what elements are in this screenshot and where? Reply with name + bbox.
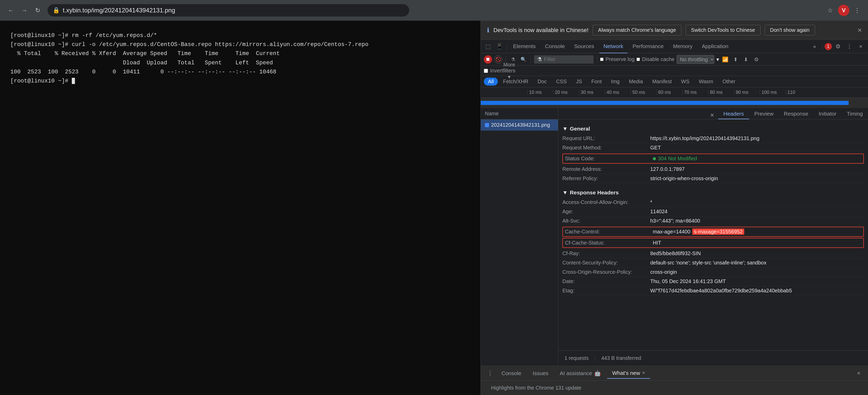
type-js-button[interactable]: JS — [572, 78, 586, 86]
whats-new-close-button[interactable]: × — [642, 370, 645, 376]
bottom-divider — [595, 355, 595, 361]
request-method-value: GET — [650, 145, 864, 151]
disable-cache-text: Disable cache — [642, 56, 675, 62]
etag-value: W/"f7617d42febdbae4a802a0a0fbe729dbe259a… — [650, 288, 864, 294]
corp-row: Cross-Origin-Resource-Policy: cross-orig… — [562, 267, 864, 277]
type-other-button[interactable]: Other — [718, 78, 740, 86]
details-close-button[interactable]: × — [706, 111, 718, 119]
timeline-header: 10 ms 20 ms 30 ms 40 ms 50 ms 60 ms 70 m… — [481, 87, 868, 98]
invert-checkbox[interactable] — [484, 69, 488, 73]
s-maxage-highlight: s-maxage=31556952 — [692, 228, 744, 235]
age-row: Age: 114024 — [562, 207, 864, 216]
forward-button[interactable]: → — [19, 5, 30, 16]
switch-devtools-button[interactable]: Switch DevTools to Chinese — [686, 25, 761, 35]
csp-label: Content-Security-Policy: — [562, 260, 650, 266]
tab-memory[interactable]: Memory — [669, 40, 697, 53]
preserve-log-checkbox[interactable] — [600, 58, 603, 61]
back-button[interactable]: ← — [5, 5, 17, 16]
bottom-bar: 1 requests 443 B transferred — [558, 350, 868, 366]
type-all-button[interactable]: All — [484, 78, 498, 86]
bottom-tab-console[interactable]: Console — [496, 368, 526, 378]
type-media-button[interactable]: Media — [625, 78, 647, 86]
request-url-label: Request URL: — [562, 136, 650, 141]
dont-show-again-button[interactable]: Don't show again — [765, 25, 815, 35]
invert-text: Invert — [490, 68, 503, 74]
devtools-settings-button[interactable]: ⚙ — [833, 41, 843, 52]
cf-ray-row: Cf-Ray: 8ed5/bbe8d6f932-SIN — [562, 249, 864, 258]
details-tab-headers[interactable]: Headers — [718, 109, 749, 119]
devtools-close-button[interactable]: × — [856, 41, 866, 52]
cf-ray-value: 8ed5/bbe8d6f932-SIN — [650, 251, 864, 256]
disable-cache-label[interactable]: Disable cache — [637, 56, 675, 62]
type-css-button[interactable]: CSS — [552, 78, 571, 86]
requests-stat: 1 requests — [564, 355, 588, 361]
devtools-bottom-close-button[interactable]: × — [854, 368, 864, 378]
tab-more[interactable]: » — [809, 40, 820, 53]
timeline-mark-70: 70 ms — [682, 90, 708, 95]
timeline-mark-110: 110 — [785, 90, 811, 95]
tab-application[interactable]: Application — [698, 40, 733, 53]
bottom-tab-whats-new[interactable]: What's new × — [607, 368, 650, 379]
details-tab-preview[interactable]: Preview — [749, 109, 779, 119]
age-value: 114024 — [650, 208, 864, 215]
filter-input[interactable] — [544, 56, 591, 62]
address-bar[interactable]: 🔒 t.xybin.top/img/20241204143942131.png — [48, 4, 409, 17]
wifi-icon-button[interactable]: 📶 — [721, 55, 730, 64]
type-img-button[interactable]: Img — [607, 78, 624, 86]
upload-icon-button[interactable]: ⬆ — [732, 55, 740, 64]
type-wasm-button[interactable]: Wasm — [695, 78, 717, 86]
invert-checkbox-label[interactable]: Invert — [484, 68, 503, 74]
etag-label: Etag: — [562, 288, 650, 294]
recording-button[interactable]: ⏹ — [484, 55, 492, 64]
bottom-menu-button[interactable]: ⋮ — [485, 368, 495, 378]
type-fetch-xhr-button[interactable]: Fetch/XHR — [499, 78, 532, 86]
details-tab-timing[interactable]: Timing — [842, 109, 868, 119]
transferred-stat: 443 B transferred — [601, 355, 641, 361]
filter-divider2 — [531, 56, 531, 63]
download-icon-button[interactable]: ⬇ — [742, 55, 750, 64]
timeline-mark-10: 10 ms — [527, 90, 553, 95]
filter-search-box[interactable]: ⚗ — [534, 55, 594, 64]
tab-network[interactable]: Network — [599, 40, 627, 53]
filter-settings-button[interactable]: ⚙ — [752, 55, 761, 64]
search-button[interactable]: 🔍 — [519, 55, 528, 64]
response-headers-section-header[interactable]: ▼ Response Headers — [562, 188, 864, 198]
cf-cache-status-value: HIT — [653, 240, 861, 246]
more-filters-button[interactable]: More filters ▾ — [505, 67, 513, 75]
bottom-tab-issues[interactable]: Issues — [528, 368, 554, 378]
headers-content: ▼ General Request URL: https://t.xybin.t… — [558, 119, 868, 350]
type-doc-button[interactable]: Doc — [533, 78, 551, 86]
cf-cache-status-label: Cf-Cache-Status: — [565, 240, 653, 246]
tab-sources[interactable]: Sources — [570, 40, 598, 53]
details-tab-response[interactable]: Response — [779, 109, 813, 119]
throttle-arrow-icon: ▾ — [716, 56, 719, 62]
tab-performance[interactable]: Performance — [628, 40, 668, 53]
tab-console[interactable]: Console — [541, 40, 569, 53]
preserve-log-label[interactable]: Preserve log — [600, 56, 634, 62]
device-mode-button[interactable]: 📱 — [494, 41, 504, 52]
tab-elements[interactable]: Elements — [509, 40, 540, 53]
type-ws-button[interactable]: WS — [677, 78, 693, 86]
bottom-tab-ai-assistance[interactable]: AI assistance 🤖 — [555, 368, 606, 378]
throttle-select[interactable]: No throttling — [677, 55, 714, 64]
filter-bar: ⏹ 🚫 ⚗ 🔍 ⚗ Preserve log Disable cache No … — [481, 53, 868, 66]
bookmark-button[interactable]: ☆ — [825, 5, 836, 16]
menu-button[interactable]: ⋮ — [851, 5, 863, 16]
always-match-button[interactable]: Always match Chrome's language — [593, 25, 681, 35]
highlights-bar: Highlights from the Chrome 131 update — [481, 380, 868, 395]
devtools-toolbar: ⬚ 📱 Elements Console Sources Network Per… — [481, 40, 868, 53]
clear-button[interactable]: 🚫 — [494, 55, 502, 64]
timeline-mark-40: 40 ms — [605, 90, 630, 95]
notification-close-button[interactable]: × — [858, 26, 862, 34]
devtools-more-button[interactable]: ⋮ — [844, 41, 855, 52]
type-font-button[interactable]: Font — [587, 78, 606, 86]
reload-button[interactable]: ↻ — [32, 5, 43, 16]
type-manifest-button[interactable]: Manifest — [648, 78, 676, 86]
general-section-header[interactable]: ▼ General — [562, 123, 864, 134]
details-tab-initiator[interactable]: Initiator — [813, 109, 842, 119]
cf-cache-status-row: Cf-Cache-Status: HIT — [562, 238, 864, 248]
ai-assistance-label: AI assistance — [560, 370, 592, 376]
inspect-element-button[interactable]: ⬚ — [483, 41, 493, 52]
disable-cache-checkbox[interactable] — [637, 58, 640, 61]
network-item-png[interactable]: 20241204143942131.png — [481, 119, 558, 131]
